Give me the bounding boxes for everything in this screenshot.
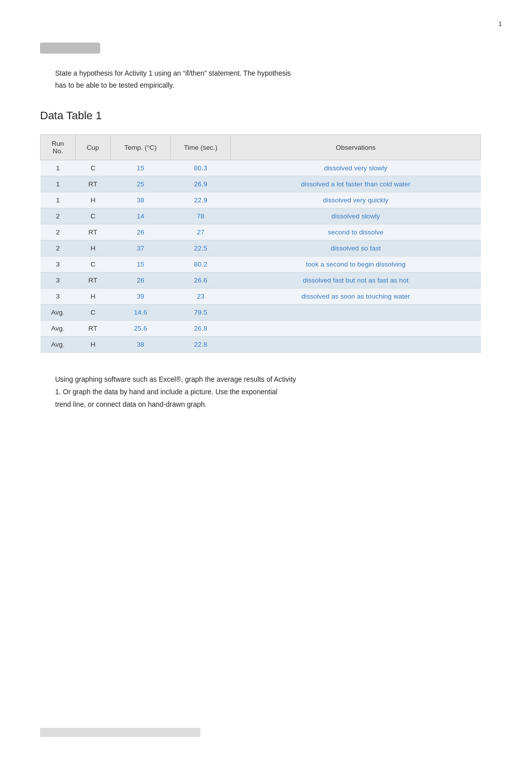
activity-label-bar <box>40 43 100 55</box>
cell-run: Avg. <box>41 305 76 321</box>
table-row: 2H3722.5dissolved so fast <box>41 240 481 256</box>
cell-time: 27 <box>171 224 231 240</box>
cell-obs: dissolved very quickly <box>231 192 481 208</box>
cell-temp: 25 <box>111 176 171 192</box>
footer-line3: trend line, or connect data on hand-draw… <box>55 400 207 408</box>
table-row: Avg.C14.679.5 <box>41 305 481 321</box>
cell-temp: 38 <box>111 337 171 353</box>
cell-obs: dissolved very slowly <box>231 160 481 176</box>
cell-time: 26.8 <box>171 321 231 337</box>
cell-time: 23 <box>171 289 231 305</box>
cell-temp: 26 <box>111 273 171 289</box>
table-row: Avg.H3822.8 <box>41 337 481 353</box>
cell-cup: RT <box>76 321 111 337</box>
col-header-time: Time (sec.) <box>171 135 231 160</box>
cell-run: 1 <box>41 160 76 176</box>
table-row: 3C1580.2took a second to begin dissolvin… <box>41 256 481 273</box>
table-row: Avg.RT25.626.8 <box>41 321 481 337</box>
footer-bottom-bar <box>40 728 200 737</box>
cell-time: 22.9 <box>171 192 231 208</box>
cell-time: 80.2 <box>171 256 231 273</box>
cell-cup: RT <box>76 176 111 192</box>
col-header-obs: Observations <box>231 135 481 160</box>
col-header-run: RunNo. <box>41 135 76 160</box>
page-number: 1 <box>498 20 502 28</box>
cell-temp: 15 <box>111 256 171 273</box>
cell-temp: 14.6 <box>111 305 171 321</box>
cell-cup: H <box>76 192 111 208</box>
cell-temp: 38 <box>111 192 171 208</box>
data-table-title: Data Table 1 <box>40 109 102 122</box>
cell-run: 3 <box>41 273 76 289</box>
cell-run: 1 <box>41 192 76 208</box>
cell-cup: H <box>76 337 111 353</box>
hypothesis-line1: State a hypothesis for Activity 1 using … <box>55 69 291 77</box>
cell-run: Avg. <box>41 337 76 353</box>
cell-cup: RT <box>76 273 111 289</box>
cell-obs <box>231 337 481 353</box>
cell-time: 79.5 <box>171 305 231 321</box>
footer-text: Using graphing software such as Excel®, … <box>55 373 426 411</box>
cell-temp: 26 <box>111 224 171 240</box>
footer-line2: 1. Or graph the data by hand and include… <box>55 388 278 396</box>
cell-cup: H <box>76 289 111 305</box>
cell-cup: H <box>76 240 111 256</box>
cell-obs: dissolved slowly <box>231 208 481 224</box>
cell-run: 3 <box>41 256 76 273</box>
cell-run: 2 <box>41 224 76 240</box>
cell-cup: C <box>76 160 111 176</box>
table-row: 2C1478dissolved slowly <box>41 208 481 224</box>
cell-obs: second to dissolve <box>231 224 481 240</box>
table-row: 1C1580.3dissolved very slowly <box>41 160 481 176</box>
cell-temp: 25.6 <box>111 321 171 337</box>
cell-obs: dissolved as soon as touching water <box>231 289 481 305</box>
cell-temp: 39 <box>111 289 171 305</box>
hypothesis-line2: has to be able to be tested empirically. <box>55 81 174 89</box>
cell-cup: C <box>76 256 111 273</box>
cell-time: 22.8 <box>171 337 231 353</box>
cell-obs <box>231 321 481 337</box>
cell-run: 2 <box>41 208 76 224</box>
cell-obs: dissolved fast but not as fast as hot <box>231 273 481 289</box>
cell-time: 80.3 <box>171 160 231 176</box>
cell-obs <box>231 305 481 321</box>
cell-time: 26.9 <box>171 176 231 192</box>
col-header-temp: Temp. (°C) <box>111 135 171 160</box>
cell-time: 26.6 <box>171 273 231 289</box>
cell-cup: C <box>76 208 111 224</box>
hypothesis-text: State a hypothesis for Activity 1 using … <box>55 68 396 92</box>
cell-run: 1 <box>41 176 76 192</box>
cell-cup: RT <box>76 224 111 240</box>
table-row: 2RT2627second to dissolve <box>41 224 481 240</box>
cell-temp: 15 <box>111 160 171 176</box>
data-table: RunNo. Cup Temp. (°C) Time (sec.) Observ… <box>40 134 481 353</box>
footer-line1: Using graphing software such as Excel®, … <box>55 375 296 383</box>
cell-temp: 14 <box>111 208 171 224</box>
cell-time: 22.5 <box>171 240 231 256</box>
cell-time: 78 <box>171 208 231 224</box>
table-row: 3H3923dissolved as soon as touching wate… <box>41 289 481 305</box>
table-row: 1H3822.9dissolved very quickly <box>41 192 481 208</box>
cell-cup: C <box>76 305 111 321</box>
cell-run: 2 <box>41 240 76 256</box>
cell-obs: dissolved a lot faster than cold water <box>231 176 481 192</box>
cell-temp: 37 <box>111 240 171 256</box>
cell-run: Avg. <box>41 321 76 337</box>
col-header-cup: Cup <box>76 135 111 160</box>
table-row: 3RT2626.6dissolved fast but not as fast … <box>41 273 481 289</box>
cell-obs: took a second to begin dissolving <box>231 256 481 273</box>
cell-run: 3 <box>41 289 76 305</box>
table-row: 1RT2526.9dissolved a lot faster than col… <box>41 176 481 192</box>
cell-obs: dissolved so fast <box>231 240 481 256</box>
